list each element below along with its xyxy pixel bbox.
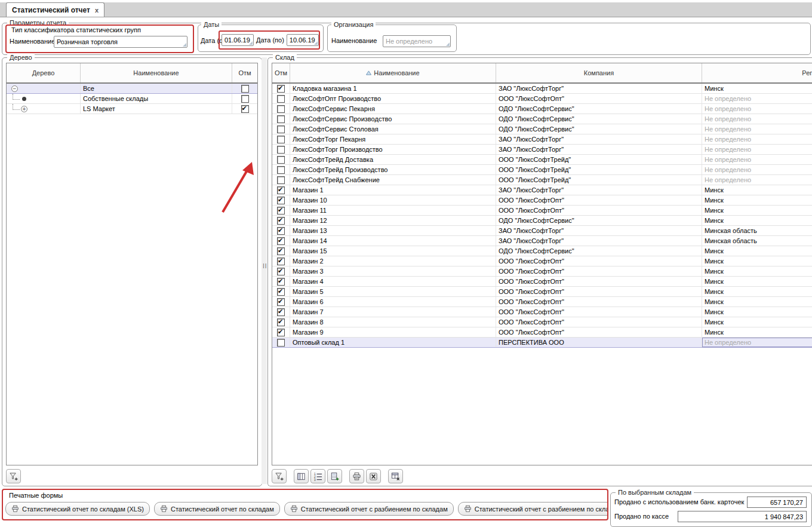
table-row[interactable]: Магазин 14 ЗАО "ЛюксСофтТорг" Минская об…	[272, 236, 812, 246]
print-report-button[interactable]: Статистический отчет по складам	[154, 502, 280, 516]
warehouse-checkbox[interactable]	[277, 146, 285, 154]
warehouse-mark-cell	[272, 104, 290, 114]
column-chooser-icon[interactable]	[294, 469, 309, 483]
table-row[interactable]: ЛюксСофтСервис Пекарня ОДО "ЛюксСофтСерв…	[272, 104, 812, 114]
warehouse-column-header-company[interactable]: Компания	[496, 63, 702, 82]
tab-statistical-report[interactable]: Статистический отчет x	[6, 2, 104, 17]
warehouse-checkbox[interactable]	[277, 197, 285, 204]
panel-splitter[interactable]: II	[262, 57, 267, 484]
table-row[interactable]: Магазин 2 ООО "ЛюксСофтОпт" Минск	[272, 256, 812, 266]
filter-add-icon[interactable]	[6, 469, 21, 483]
warehouse-checkbox[interactable]	[277, 95, 285, 103]
tree-row[interactable]: Собственные склады	[7, 94, 257, 104]
warehouse-checkbox[interactable]	[277, 288, 285, 296]
warehouse-checkbox[interactable]	[277, 186, 285, 194]
warehouse-checkbox[interactable]	[277, 339, 285, 347]
classifier-name-input[interactable]	[54, 36, 187, 48]
table-row[interactable]: Кладовка магазина 1 ЗАО "ЛюксСофтТорг" М…	[272, 84, 812, 94]
tree-checkbox[interactable]	[241, 105, 249, 113]
table-row[interactable]: Магазин 11 ООО "ЛюксСофтОпт" Минск	[272, 206, 812, 216]
warehouse-checkbox[interactable]	[277, 258, 285, 265]
cash-sold-value[interactable]	[678, 511, 807, 522]
table-layout-icon[interactable]	[388, 469, 403, 483]
warehouse-checkbox[interactable]	[277, 298, 285, 306]
table-row[interactable]: Магазин 13 ЗАО "ЛюксСофтТорг" Минская об…	[272, 226, 812, 236]
tree-node-icon[interactable]	[11, 85, 18, 92]
numbered-list-icon[interactable]: 123	[310, 469, 325, 483]
table-row[interactable]: Магазин 9 ООО "ЛюксСофтОпт" Минск	[272, 327, 812, 338]
tree-node-icon[interactable]	[21, 106, 27, 112]
table-row[interactable]: ЛюксСофтОпт Производство ООО "ЛюксСофтОп…	[272, 94, 812, 104]
table-row[interactable]: ЛюксСофтСервис Производство ОДО "ЛюксСоф…	[272, 114, 812, 124]
table-row[interactable]: ЛюксСофтСервис Столовая ОДО "ЛюксСофтСер…	[272, 124, 812, 134]
warehouse-checkbox[interactable]	[277, 308, 285, 316]
warehouse-checkbox[interactable]	[277, 278, 285, 286]
table-row[interactable]: Магазин 15 ОДО "ЛюксСофтСервис" Минск	[272, 246, 812, 256]
table-row[interactable]: Магазин 3 ООО "ЛюксСофтОпт" Минск	[272, 266, 812, 277]
print-report-button[interactable]: Статистический отчет с разбиением по скл…	[284, 502, 454, 516]
date-from-input[interactable]	[222, 34, 254, 46]
warehouse-mark-cell	[272, 307, 290, 317]
tree-checkbox[interactable]	[241, 95, 249, 103]
tree-node-icon[interactable]	[22, 97, 26, 101]
warehouse-checkbox[interactable]	[277, 217, 285, 225]
table-row[interactable]: ЛюксСофтТрейд Доставка ООО "ЛюксСофтТрей…	[272, 155, 812, 165]
warehouse-mark-cell	[272, 94, 290, 103]
warehouse-name-cell: ЛюксСофтТрейд Производство	[290, 165, 496, 174]
table-row[interactable]: Магазин 7 ООО "ЛюксСофтОпт" Минск	[272, 307, 812, 317]
table-row[interactable]: ЛюксСофтТрейд Снабжение ООО "ЛюксСофтТре…	[272, 175, 812, 185]
tree-row[interactable]: Все	[7, 84, 257, 94]
tree-column-header-tree[interactable]: Дерево	[7, 63, 81, 82]
tree-checkbox[interactable]	[241, 85, 249, 93]
warehouse-mark-cell	[272, 114, 290, 124]
filter-add-icon[interactable]	[272, 469, 287, 483]
table-row[interactable]: Магазин 12 ОДО "ЛюксСофтСервис" Минск	[272, 216, 812, 226]
warehouse-checkbox[interactable]	[277, 207, 285, 215]
table-row[interactable]: ЛюксСофтТрейд Производство ООО "ЛюксСофт…	[272, 165, 812, 175]
print-report-button[interactable]: Статистический отчет с разбиением по скл…	[458, 502, 608, 516]
table-row[interactable]: Магазин 4 ООО "ЛюксСофтОпт" Минск	[272, 277, 812, 287]
print-report-button[interactable]: Статистический отчет по складам (XLS)	[5, 502, 150, 516]
warehouse-mark-cell	[272, 246, 290, 256]
warehouse-checkbox[interactable]	[277, 156, 285, 164]
calculator-add-icon[interactable]	[327, 469, 342, 483]
table-row[interactable]: Магазин 1 ЗАО "ЛюксСофтТорг" Минск	[272, 185, 812, 195]
warehouse-checkbox[interactable]	[277, 166, 285, 174]
warehouse-checkbox[interactable]	[277, 115, 285, 123]
warehouse-checkbox[interactable]	[277, 268, 285, 275]
table-row[interactable]: Магазин 10 ООО "ЛюксСофтОпт" Минск	[272, 195, 812, 206]
tree-row[interactable]: LS Маркет	[7, 104, 257, 114]
warehouse-checkbox[interactable]	[277, 318, 285, 326]
warehouse-checkbox[interactable]	[277, 85, 285, 93]
warehouse-column-header-region[interactable]: Регион	[702, 63, 812, 82]
warehouse-checkbox[interactable]	[277, 227, 285, 235]
tree-column-header-name[interactable]: Наименование	[81, 63, 232, 82]
table-row[interactable]: Магазин 8 ООО "ЛюксСофтОпт" Минск	[272, 317, 812, 327]
excel-export-icon[interactable]	[366, 469, 381, 483]
warehouse-mark-cell	[272, 206, 290, 215]
tab-close-icon[interactable]: x	[95, 7, 99, 14]
warehouse-checkbox[interactable]	[277, 125, 285, 133]
warehouse-region-cell: Минск	[702, 287, 812, 296]
warehouse-checkbox[interactable]	[277, 176, 285, 184]
warehouse-checkbox[interactable]	[277, 329, 285, 336]
warehouse-column-header-name[interactable]: Наименование	[290, 63, 496, 82]
warehouse-column-header-mark[interactable]: Отм	[272, 63, 290, 82]
table-row[interactable]: Оптовый склад 1 ПЕРСПЕКТИВА ООО Не опред…	[272, 338, 812, 348]
organization-name-label: Наименование	[331, 37, 377, 44]
date-to-input[interactable]	[287, 34, 319, 46]
table-row[interactable]: ЛюксСофтТорг Производство ЗАО "ЛюксСофтТ…	[272, 145, 812, 155]
warehouse-checkbox[interactable]	[277, 247, 285, 255]
table-row[interactable]: ЛюксСофтТорг Пекарня ЗАО "ЛюксСофтТорг" …	[272, 134, 812, 145]
warehouse-checkbox[interactable]	[277, 237, 285, 245]
bank-cards-sold-value[interactable]	[747, 497, 807, 508]
table-row[interactable]: Магазин 5 ООО "ЛюксСофтОпт" Минск	[272, 287, 812, 297]
printer-icon[interactable]	[349, 469, 364, 483]
table-row[interactable]: Магазин 6 ООО "ЛюксСофтОпт" Минск	[272, 297, 812, 307]
warehouse-checkbox[interactable]	[277, 105, 285, 113]
organization-name-input[interactable]	[383, 35, 451, 47]
tree-panel-legend: Дерево	[7, 54, 35, 61]
warehouse-checkbox[interactable]	[277, 136, 285, 143]
splitter-handle-icon[interactable]: II	[263, 263, 267, 269]
tree-column-header-mark[interactable]: Отм	[232, 63, 257, 82]
